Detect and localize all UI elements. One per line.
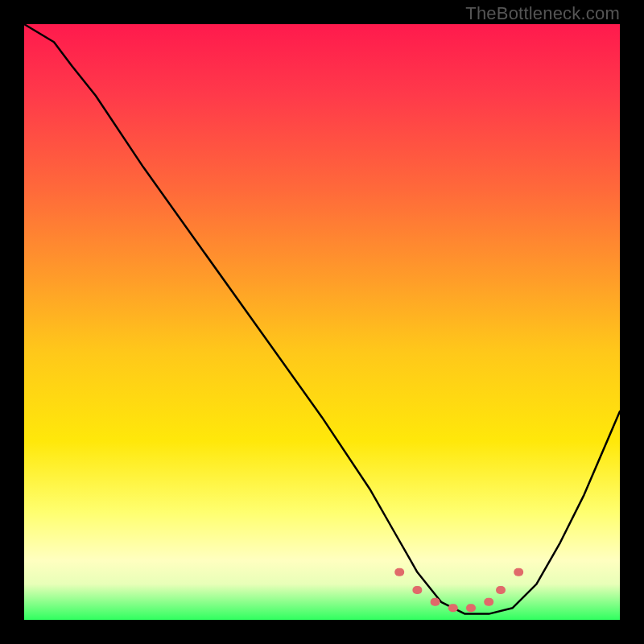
chart-frame: TheBottleneck.com xyxy=(0,0,644,644)
optimum-marker-7 xyxy=(514,568,523,576)
optimum-marker-5 xyxy=(484,598,493,606)
optimum-marker-0 xyxy=(394,568,404,576)
optimum-marker-3 xyxy=(448,604,458,612)
curve-svg xyxy=(24,24,620,620)
optimum-marker-2 xyxy=(431,598,440,606)
optimum-marker-1 xyxy=(412,586,422,594)
optimum-marker-6 xyxy=(496,586,506,594)
bottleneck-curve xyxy=(24,24,620,614)
watermark-text: TheBottleneck.com xyxy=(465,3,620,24)
optimum-marker-4 xyxy=(466,604,476,612)
plot-area xyxy=(24,24,620,620)
optimum-markers xyxy=(394,568,523,612)
